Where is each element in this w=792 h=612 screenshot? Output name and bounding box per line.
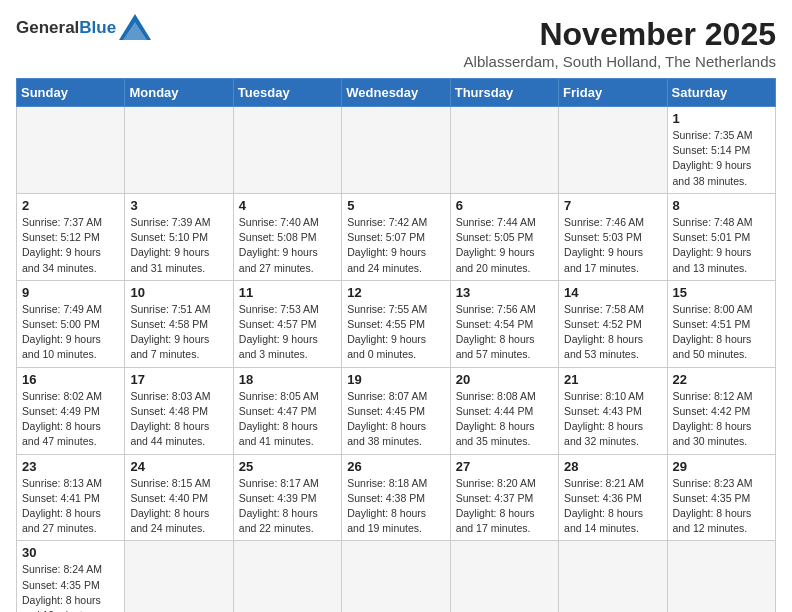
header-thursday: Thursday — [450, 79, 558, 107]
calendar-cell: 8Sunrise: 7:48 AM Sunset: 5:01 PM Daylig… — [667, 193, 775, 280]
day-number: 13 — [456, 285, 553, 300]
day-info: Sunrise: 7:35 AM Sunset: 5:14 PM Dayligh… — [673, 128, 770, 189]
day-info: Sunrise: 7:51 AM Sunset: 4:58 PM Dayligh… — [130, 302, 227, 363]
day-info: Sunrise: 8:21 AM Sunset: 4:36 PM Dayligh… — [564, 476, 661, 537]
day-info: Sunrise: 8:15 AM Sunset: 4:40 PM Dayligh… — [130, 476, 227, 537]
calendar-table: Sunday Monday Tuesday Wednesday Thursday… — [16, 78, 776, 612]
calendar-cell — [667, 541, 775, 612]
calendar-cell: 22Sunrise: 8:12 AM Sunset: 4:42 PM Dayli… — [667, 367, 775, 454]
day-info: Sunrise: 7:53 AM Sunset: 4:57 PM Dayligh… — [239, 302, 336, 363]
day-number: 5 — [347, 198, 444, 213]
title-area: November 2025 Alblasserdam, South Hollan… — [464, 16, 776, 70]
calendar-cell: 3Sunrise: 7:39 AM Sunset: 5:10 PM Daylig… — [125, 193, 233, 280]
day-number: 26 — [347, 459, 444, 474]
day-number: 15 — [673, 285, 770, 300]
header-monday: Monday — [125, 79, 233, 107]
calendar-cell: 15Sunrise: 8:00 AM Sunset: 4:51 PM Dayli… — [667, 280, 775, 367]
logo: General Blue — [16, 16, 151, 40]
day-info: Sunrise: 8:12 AM Sunset: 4:42 PM Dayligh… — [673, 389, 770, 450]
calendar-cell: 26Sunrise: 8:18 AM Sunset: 4:38 PM Dayli… — [342, 454, 450, 541]
header-sunday: Sunday — [17, 79, 125, 107]
calendar-cell: 29Sunrise: 8:23 AM Sunset: 4:35 PM Dayli… — [667, 454, 775, 541]
calendar-row-3: 16Sunrise: 8:02 AM Sunset: 4:49 PM Dayli… — [17, 367, 776, 454]
day-number: 1 — [673, 111, 770, 126]
logo-blue: Blue — [79, 18, 116, 38]
day-info: Sunrise: 7:46 AM Sunset: 5:03 PM Dayligh… — [564, 215, 661, 276]
day-number: 24 — [130, 459, 227, 474]
day-info: Sunrise: 7:37 AM Sunset: 5:12 PM Dayligh… — [22, 215, 119, 276]
day-info: Sunrise: 7:56 AM Sunset: 4:54 PM Dayligh… — [456, 302, 553, 363]
calendar-cell: 19Sunrise: 8:07 AM Sunset: 4:45 PM Dayli… — [342, 367, 450, 454]
calendar-cell — [450, 107, 558, 194]
day-info: Sunrise: 8:23 AM Sunset: 4:35 PM Dayligh… — [673, 476, 770, 537]
calendar-cell: 24Sunrise: 8:15 AM Sunset: 4:40 PM Dayli… — [125, 454, 233, 541]
day-number: 4 — [239, 198, 336, 213]
calendar-cell: 23Sunrise: 8:13 AM Sunset: 4:41 PM Dayli… — [17, 454, 125, 541]
day-info: Sunrise: 8:08 AM Sunset: 4:44 PM Dayligh… — [456, 389, 553, 450]
calendar-cell — [233, 107, 341, 194]
calendar-row-5: 30Sunrise: 8:24 AM Sunset: 4:35 PM Dayli… — [17, 541, 776, 612]
day-info: Sunrise: 7:58 AM Sunset: 4:52 PM Dayligh… — [564, 302, 661, 363]
day-info: Sunrise: 8:05 AM Sunset: 4:47 PM Dayligh… — [239, 389, 336, 450]
header-wednesday: Wednesday — [342, 79, 450, 107]
calendar-cell: 17Sunrise: 8:03 AM Sunset: 4:48 PM Dayli… — [125, 367, 233, 454]
day-number: 7 — [564, 198, 661, 213]
calendar-cell: 16Sunrise: 8:02 AM Sunset: 4:49 PM Dayli… — [17, 367, 125, 454]
day-info: Sunrise: 7:42 AM Sunset: 5:07 PM Dayligh… — [347, 215, 444, 276]
header-tuesday: Tuesday — [233, 79, 341, 107]
day-number: 21 — [564, 372, 661, 387]
calendar-cell: 2Sunrise: 7:37 AM Sunset: 5:12 PM Daylig… — [17, 193, 125, 280]
calendar-cell: 7Sunrise: 7:46 AM Sunset: 5:03 PM Daylig… — [559, 193, 667, 280]
logo-icon — [119, 14, 151, 40]
calendar-row-1: 2Sunrise: 7:37 AM Sunset: 5:12 PM Daylig… — [17, 193, 776, 280]
day-info: Sunrise: 8:10 AM Sunset: 4:43 PM Dayligh… — [564, 389, 661, 450]
header: General Blue November 2025 Alblasserdam,… — [16, 16, 776, 70]
calendar-cell: 28Sunrise: 8:21 AM Sunset: 4:36 PM Dayli… — [559, 454, 667, 541]
calendar-cell: 21Sunrise: 8:10 AM Sunset: 4:43 PM Dayli… — [559, 367, 667, 454]
calendar-cell: 13Sunrise: 7:56 AM Sunset: 4:54 PM Dayli… — [450, 280, 558, 367]
day-info: Sunrise: 8:20 AM Sunset: 4:37 PM Dayligh… — [456, 476, 553, 537]
calendar-row-4: 23Sunrise: 8:13 AM Sunset: 4:41 PM Dayli… — [17, 454, 776, 541]
calendar-cell — [17, 107, 125, 194]
day-info: Sunrise: 8:17 AM Sunset: 4:39 PM Dayligh… — [239, 476, 336, 537]
calendar-cell — [559, 107, 667, 194]
calendar-cell — [450, 541, 558, 612]
calendar-cell: 1Sunrise: 7:35 AM Sunset: 5:14 PM Daylig… — [667, 107, 775, 194]
day-info: Sunrise: 8:03 AM Sunset: 4:48 PM Dayligh… — [130, 389, 227, 450]
day-info: Sunrise: 7:44 AM Sunset: 5:05 PM Dayligh… — [456, 215, 553, 276]
calendar-cell: 20Sunrise: 8:08 AM Sunset: 4:44 PM Dayli… — [450, 367, 558, 454]
calendar-cell: 5Sunrise: 7:42 AM Sunset: 5:07 PM Daylig… — [342, 193, 450, 280]
day-info: Sunrise: 8:13 AM Sunset: 4:41 PM Dayligh… — [22, 476, 119, 537]
calendar-cell: 18Sunrise: 8:05 AM Sunset: 4:47 PM Dayli… — [233, 367, 341, 454]
calendar-cell: 25Sunrise: 8:17 AM Sunset: 4:39 PM Dayli… — [233, 454, 341, 541]
calendar-cell: 11Sunrise: 7:53 AM Sunset: 4:57 PM Dayli… — [233, 280, 341, 367]
day-info: Sunrise: 8:00 AM Sunset: 4:51 PM Dayligh… — [673, 302, 770, 363]
calendar-cell: 27Sunrise: 8:20 AM Sunset: 4:37 PM Dayli… — [450, 454, 558, 541]
day-number: 19 — [347, 372, 444, 387]
day-number: 3 — [130, 198, 227, 213]
day-number: 12 — [347, 285, 444, 300]
day-info: Sunrise: 7:49 AM Sunset: 5:00 PM Dayligh… — [22, 302, 119, 363]
weekday-header-row: Sunday Monday Tuesday Wednesday Thursday… — [17, 79, 776, 107]
day-info: Sunrise: 7:40 AM Sunset: 5:08 PM Dayligh… — [239, 215, 336, 276]
calendar-cell: 4Sunrise: 7:40 AM Sunset: 5:08 PM Daylig… — [233, 193, 341, 280]
calendar-cell — [125, 541, 233, 612]
day-number: 2 — [22, 198, 119, 213]
calendar-cell: 10Sunrise: 7:51 AM Sunset: 4:58 PM Dayli… — [125, 280, 233, 367]
day-number: 11 — [239, 285, 336, 300]
calendar-row-2: 9Sunrise: 7:49 AM Sunset: 5:00 PM Daylig… — [17, 280, 776, 367]
day-number: 8 — [673, 198, 770, 213]
month-year-title: November 2025 — [464, 16, 776, 53]
header-saturday: Saturday — [667, 79, 775, 107]
day-info: Sunrise: 8:07 AM Sunset: 4:45 PM Dayligh… — [347, 389, 444, 450]
day-number: 16 — [22, 372, 119, 387]
calendar-cell — [125, 107, 233, 194]
day-number: 14 — [564, 285, 661, 300]
calendar-cell — [559, 541, 667, 612]
calendar-cell — [342, 107, 450, 194]
calendar-cell: 6Sunrise: 7:44 AM Sunset: 5:05 PM Daylig… — [450, 193, 558, 280]
day-number: 30 — [22, 545, 119, 560]
calendar-cell: 30Sunrise: 8:24 AM Sunset: 4:35 PM Dayli… — [17, 541, 125, 612]
day-number: 28 — [564, 459, 661, 474]
day-info: Sunrise: 8:18 AM Sunset: 4:38 PM Dayligh… — [347, 476, 444, 537]
